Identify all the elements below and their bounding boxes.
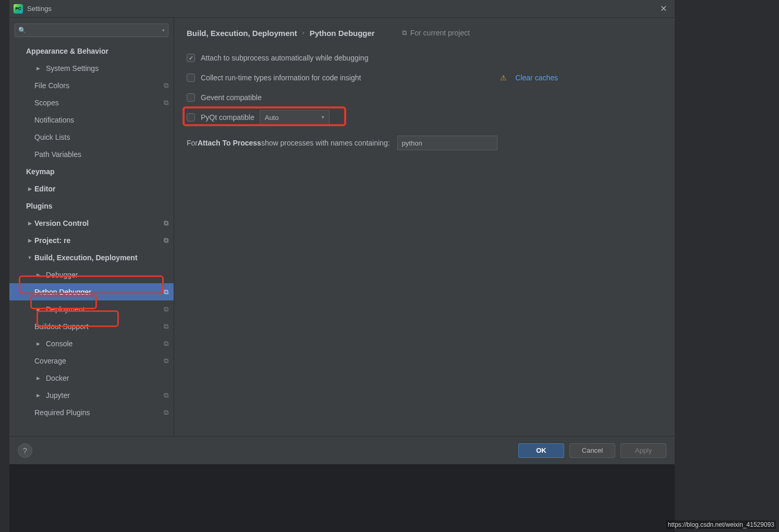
tree-item[interactable]: Quick Lists bbox=[9, 128, 174, 146]
watermark: https://blog.csdn.net/weixin_41529093 bbox=[666, 521, 776, 529]
copy-icon: ⧉ bbox=[164, 408, 168, 417]
pycharm-icon: PC bbox=[14, 4, 23, 14]
chevron-right-icon: ▶ bbox=[35, 393, 41, 398]
chevron-right-icon: ▶ bbox=[35, 376, 41, 381]
chevron-right-icon: › bbox=[302, 29, 305, 37]
tree-item-label: Version Control bbox=[34, 219, 164, 227]
tree-item[interactable]: Python Debugger⧉ bbox=[9, 283, 174, 300]
tree-item[interactable]: Buildout Support⧉ bbox=[9, 318, 174, 335]
tree-item[interactable]: Keymap bbox=[9, 163, 174, 180]
tree-item-label: Debugger bbox=[46, 271, 168, 279]
tree-item-label: Python Debugger bbox=[34, 288, 164, 296]
editor-gutter-background bbox=[0, 0, 9, 532]
chevron-right-icon: ▶ bbox=[35, 341, 41, 346]
chevron-right-icon: ▶ bbox=[35, 66, 41, 71]
copy-icon: ⧉ bbox=[164, 340, 168, 348]
tree-item-label: Console bbox=[46, 340, 164, 348]
tree-item[interactable]: Coverage⧉ bbox=[9, 352, 174, 369]
tree-item[interactable]: ▶Editor bbox=[9, 180, 174, 197]
tree-item[interactable]: Appearance & Behavior bbox=[9, 42, 174, 59]
tree-item[interactable]: ▶Jupyter⧉ bbox=[9, 386, 174, 404]
tree-item[interactable]: Path Variables bbox=[9, 146, 174, 163]
tree-item[interactable]: Notifications bbox=[9, 111, 174, 128]
titlebar: PC Settings ✕ bbox=[9, 0, 675, 18]
cancel-label: Cancel bbox=[582, 446, 603, 454]
tree-item[interactable]: ▶Console⧉ bbox=[9, 335, 174, 352]
attach-subprocess-checkbox[interactable] bbox=[187, 54, 195, 62]
collect-runtime-label: Collect run-time types information for c… bbox=[201, 74, 361, 82]
chevron-down-icon: ▼ bbox=[321, 115, 325, 120]
pyqt-checkbox[interactable] bbox=[187, 113, 195, 122]
copy-icon: ⧉ bbox=[164, 288, 168, 296]
gevent-label: Gevent compatible bbox=[201, 93, 262, 102]
tree-item-label: Docker bbox=[46, 374, 168, 382]
tree-item[interactable]: File Colors⧉ bbox=[9, 77, 174, 94]
breadcrumb-parent[interactable]: Build, Execution, Deployment bbox=[187, 29, 297, 38]
project-scope-label: For current project bbox=[410, 29, 470, 37]
tree-item[interactable]: ▼Build, Execution, Deployment bbox=[9, 249, 174, 266]
ok-button[interactable]: OK bbox=[518, 443, 564, 458]
chevron-right-icon: ▶ bbox=[27, 186, 32, 191]
copy-icon: ⧉ bbox=[164, 391, 168, 400]
clear-caches-link[interactable]: Clear caches bbox=[515, 74, 558, 82]
tree-item[interactable]: ▶Docker bbox=[9, 369, 174, 386]
settings-content: Build, Execution, Deployment › Python De… bbox=[174, 18, 675, 436]
copy-icon: ⧉ bbox=[164, 81, 168, 90]
apply-label: Apply bbox=[635, 446, 652, 454]
tree-item[interactable]: ▶Debugger bbox=[9, 266, 174, 283]
help-button[interactable]: ? bbox=[18, 443, 32, 458]
attach-label-bold: Attach To Process bbox=[198, 139, 261, 147]
search-input-wrap[interactable]: 🔍 ▾ bbox=[15, 23, 168, 37]
collect-runtime-checkbox[interactable] bbox=[187, 74, 195, 82]
tree-item-label: Deployment bbox=[46, 305, 164, 313]
tree-item[interactable]: ▶Version Control⧉ bbox=[9, 214, 174, 232]
warning-icon: ⚠ bbox=[500, 74, 507, 82]
apply-button[interactable]: Apply bbox=[620, 443, 666, 458]
tree-item-label: Scopes bbox=[34, 99, 164, 107]
settings-dialog: PC Settings ✕ 🔍 ▾ Appearance & Behavior▶… bbox=[9, 0, 675, 464]
copy-icon: ⧉ bbox=[164, 219, 168, 227]
tree-item-label: Path Variables bbox=[34, 150, 168, 159]
chevron-down-icon: ▼ bbox=[27, 255, 32, 260]
search-icon: 🔍 bbox=[18, 27, 26, 34]
tree-item[interactable]: Required Plugins⧉ bbox=[9, 404, 174, 421]
chevron-right-icon: ▶ bbox=[35, 272, 41, 277]
tree-item-label: Editor bbox=[34, 185, 168, 193]
attach-process-row: For Attach To Process show processes wit… bbox=[187, 136, 662, 150]
tree-item[interactable]: ▶System Settings bbox=[9, 59, 174, 77]
tree-item-label: Build, Execution, Deployment bbox=[34, 253, 168, 262]
copy-icon: ⧉ bbox=[164, 357, 168, 365]
tree-item-label: Coverage bbox=[34, 357, 164, 365]
window-title: Settings bbox=[27, 5, 656, 13]
copy-icon: ⧉ bbox=[164, 236, 168, 245]
ok-label: OK bbox=[536, 446, 546, 454]
breadcrumb: Build, Execution, Deployment › Python De… bbox=[187, 25, 662, 41]
tree-item-label: Appearance & Behavior bbox=[26, 47, 168, 55]
cancel-button[interactable]: Cancel bbox=[569, 443, 615, 458]
tree-item-label: System Settings bbox=[46, 64, 168, 72]
tree-item[interactable]: ▶Deployment⧉ bbox=[9, 300, 174, 318]
settings-tree[interactable]: Appearance & Behavior▶System SettingsFil… bbox=[9, 41, 174, 436]
close-icon[interactable]: ✕ bbox=[656, 4, 671, 14]
tree-item-label: Plugins bbox=[26, 202, 168, 210]
tree-item-label: Quick Lists bbox=[34, 133, 168, 141]
tree-item-label: Keymap bbox=[26, 167, 168, 176]
process-filter-input[interactable] bbox=[397, 136, 497, 150]
chevron-right-icon: ▶ bbox=[27, 221, 32, 226]
tree-item[interactable]: Scopes⧉ bbox=[9, 94, 174, 111]
tree-item[interactable]: Plugins bbox=[9, 197, 174, 214]
settings-sidebar: 🔍 ▾ Appearance & Behavior▶System Setting… bbox=[9, 18, 174, 436]
editor-right-background bbox=[675, 0, 779, 532]
pyqt-label: PyQt compatible bbox=[201, 113, 254, 122]
tree-item-label: Jupyter bbox=[46, 391, 164, 400]
search-input[interactable] bbox=[28, 27, 162, 34]
attach-label-post: show processes with names containing: bbox=[261, 139, 390, 147]
tree-item[interactable]: ▶Project: re⧉ bbox=[9, 232, 174, 249]
pyqt-mode-select[interactable]: Auto ▼ bbox=[260, 110, 330, 125]
dialog-footer: ? OK Cancel Apply bbox=[9, 436, 675, 464]
copy-icon: ⧉ bbox=[164, 99, 168, 107]
attach-subprocess-label: Attach to subprocess automatically while… bbox=[201, 54, 368, 62]
chevron-right-icon: ▶ bbox=[35, 307, 41, 312]
chevron-down-icon: ▾ bbox=[162, 28, 165, 33]
gevent-checkbox[interactable] bbox=[187, 93, 195, 102]
